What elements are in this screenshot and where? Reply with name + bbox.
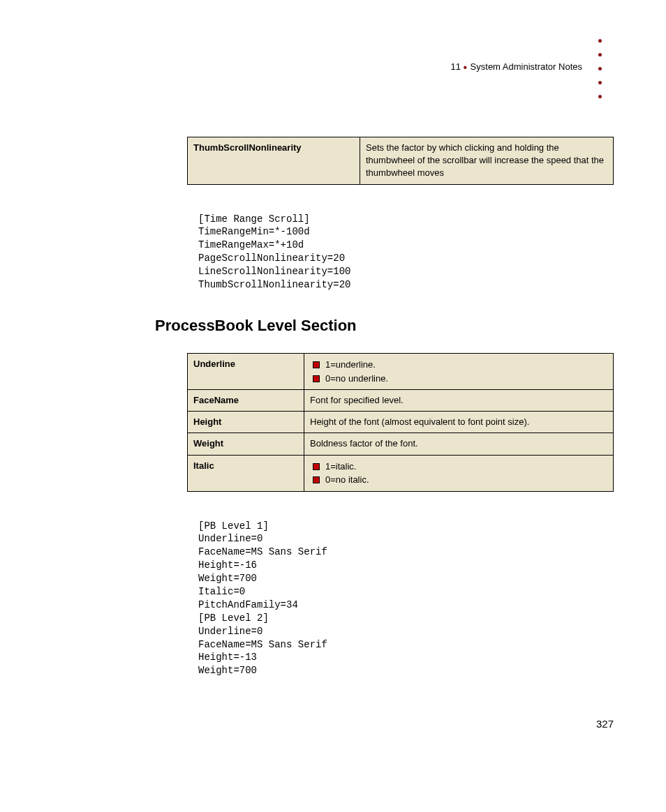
cell-desc: Sets the factor by which clicking and ho… (360, 137, 614, 185)
table-row: Underline1=underline.0=no underline. (188, 354, 614, 390)
table-row: ThumbScrollNonlinearity Sets the factor … (188, 137, 614, 185)
table-thumbscroll: ThumbScrollNonlinearity Sets the factor … (187, 137, 614, 185)
cell-key: ThumbScrollNonlinearity (188, 137, 360, 185)
table-row: WeightBoldness factor of the font. (188, 433, 614, 455)
table-pblevel: Underline1=underline.0=no underline.Face… (187, 353, 614, 492)
page-header: 11 • System Administrator Notes (450, 61, 582, 74)
cell-desc: Font for specified level. (304, 390, 614, 412)
bullet-list: 1=italic.0=no italic. (310, 460, 607, 487)
cell-desc: 1=italic.0=no italic. (304, 455, 614, 491)
section-heading: ProcessBook Level Section (155, 317, 614, 335)
chapter-title: System Administrator Notes (471, 61, 582, 72)
bullet-item: 1=italic. (310, 460, 607, 474)
cell-key: FaceName (188, 390, 304, 412)
page-number: 327 (596, 718, 614, 730)
bullet-list: 1=underline.0=no underline. (310, 358, 607, 385)
code-block-time-range: [Time Range Scroll] TimeRangeMin=*-100d … (198, 213, 614, 292)
bullet-item: 0=no italic. (310, 473, 607, 487)
cell-key: Underline (188, 354, 304, 390)
table-row: HeightHeight of the font (almost equival… (188, 412, 614, 433)
section-block: ProcessBook Level Section Underline1=und… (155, 317, 614, 677)
code-block-pblevel: [PB Level 1] Underline=0 FaceName=MS San… (198, 520, 614, 678)
decorative-dots-column (598, 39, 602, 98)
cell-key: Italic (188, 455, 304, 491)
cell-desc: Boldness factor of the font. (304, 433, 614, 455)
cell-desc: 1=underline.0=no underline. (304, 354, 614, 390)
cell-key: Weight (188, 433, 304, 455)
cell-key: Height (188, 412, 304, 433)
table-row: FaceNameFont for specified level. (188, 390, 614, 412)
cell-desc: Height of the font (almost equivalent to… (304, 412, 614, 433)
top-table-block: ThumbScrollNonlinearity Sets the factor … (187, 137, 614, 292)
bullet-separator-icon: • (464, 61, 471, 73)
table-row: Italic1=italic.0=no italic. (188, 455, 614, 491)
chapter-number: 11 (450, 61, 460, 72)
bullet-item: 0=no underline. (310, 372, 607, 386)
bullet-item: 1=underline. (310, 358, 607, 372)
